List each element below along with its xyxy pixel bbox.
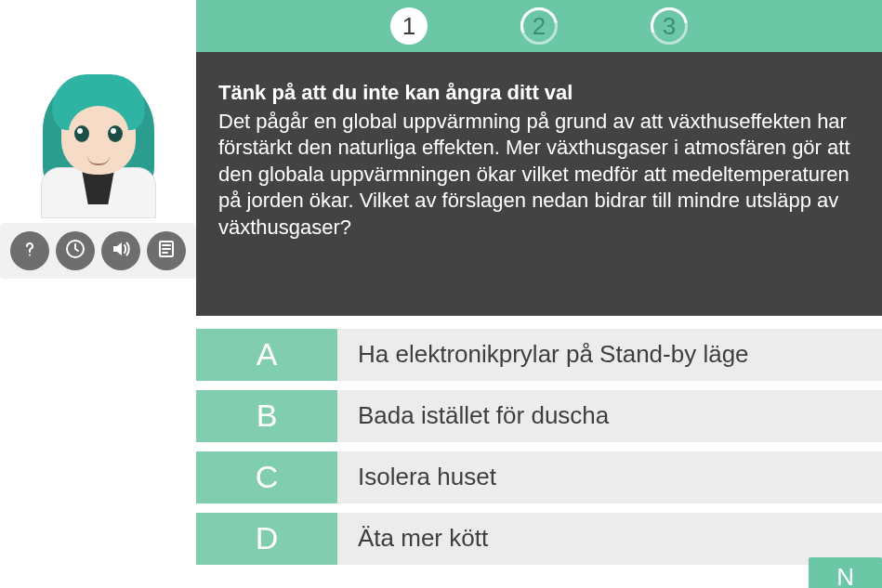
step-label: 3 <box>663 12 676 41</box>
step-3[interactable]: 3 <box>651 7 688 45</box>
answer-list: A Ha elektronikprylar på Stand-by läge B… <box>196 316 882 565</box>
answer-letter: B <box>196 390 337 442</box>
question-warning: Tänk på att du inte kan ångra ditt val <box>218 80 860 107</box>
answer-text: Bada istället för duscha <box>337 390 882 442</box>
sound-button[interactable] <box>101 231 140 270</box>
question-box: Tänk på att du inte kan ångra ditt val D… <box>196 52 882 316</box>
answer-option-a[interactable]: A Ha elektronikprylar på Stand-by läge <box>196 329 882 381</box>
timer-button[interactable] <box>56 231 95 270</box>
step-2[interactable]: 2 <box>520 7 558 45</box>
svg-point-0 <box>29 255 31 256</box>
answer-option-b[interactable]: B Bada istället för duscha <box>196 390 882 442</box>
clock-icon <box>64 238 86 264</box>
answer-text: Isolera huset <box>337 451 882 503</box>
next-area: N <box>196 557 882 588</box>
avatar-area <box>0 65 196 214</box>
step-bar: 1 2 3 <box>196 0 882 52</box>
help-button[interactable] <box>10 231 49 270</box>
answer-text: Ha elektronikprylar på Stand-by läge <box>337 329 882 381</box>
next-button[interactable]: N <box>809 557 882 588</box>
tutor-avatar <box>33 65 164 214</box>
step-1[interactable]: 1 <box>390 7 428 45</box>
main-panel: 1 2 3 Tänk på att du inte kan ångra ditt… <box>196 0 882 565</box>
step-label: 2 <box>533 12 546 41</box>
question-body: Det pågår en global uppvärmning på grund… <box>218 109 860 242</box>
side-toolbar <box>0 223 196 279</box>
transcript-button[interactable] <box>147 231 186 270</box>
answer-letter: C <box>196 451 337 503</box>
help-icon <box>19 238 41 264</box>
sound-icon <box>110 238 132 264</box>
step-label: 1 <box>402 12 415 41</box>
transcript-icon <box>155 238 178 264</box>
answer-option-c[interactable]: C Isolera huset <box>196 451 882 503</box>
next-label: N <box>836 563 854 588</box>
answer-letter: A <box>196 329 337 381</box>
